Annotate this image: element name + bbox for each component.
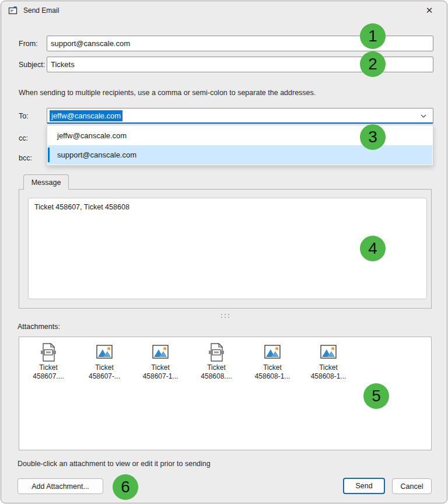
attachment-item[interactable]: Ticket 458607-... [76, 343, 132, 381]
attachment-name: Ticket [207, 363, 226, 372]
image-attachment-icon [264, 343, 281, 362]
add-attachment-button[interactable]: Add Attachment... [18, 478, 103, 494]
from-label: From: [19, 40, 38, 48]
attachment-item[interactable]: Ticket 458608-1... [300, 343, 356, 381]
multi-recipient-info: When sending to multiple recipients, use… [19, 89, 316, 97]
bcc-label: bcc: [19, 154, 32, 162]
attachment-name: 458608.... [201, 372, 232, 381]
image-attachment-icon [152, 343, 169, 362]
image-attachment-icon [96, 343, 113, 362]
attachment-item[interactable]: Ticket 458608-1... [244, 343, 300, 381]
attachment-name: 458608-1... [311, 372, 346, 381]
attachment-name: 458607-1... [143, 372, 178, 381]
attachment-name: Ticket [95, 363, 114, 372]
attachment-name: 458607.... [33, 372, 64, 381]
to-selected-text: jeffw@canscale.com [50, 110, 123, 121]
attachment-item[interactable]: Ticket 458608.... [188, 343, 244, 381]
callout-badge-1: 1 [360, 23, 386, 49]
callout-badge-2: 2 [360, 51, 386, 77]
attachment-name: Ticket [39, 363, 58, 372]
image-attachment-icon [320, 343, 337, 362]
cancel-button[interactable]: Cancel [392, 478, 432, 494]
document-attachment-icon [208, 343, 225, 362]
send-email-dialog: Send Email ✕ From: Subject: When sending… [1, 1, 447, 503]
title-bar: Send Email ✕ [1, 1, 447, 20]
tab-message[interactable]: Message [23, 174, 69, 190]
callout-badge-4: 4 [360, 236, 386, 261]
callout-badge-6: 6 [113, 474, 138, 500]
document-attachment-icon [40, 343, 57, 362]
email-window-icon [8, 6, 18, 15]
attachment-name: Ticket [319, 363, 338, 372]
dropdown-item-label: support@canscale.com [57, 150, 136, 159]
subject-label: Subject: [19, 61, 45, 69]
attachment-item[interactable]: Ticket 458607-1... [132, 343, 188, 381]
cc-label: cc: [19, 134, 28, 142]
attachment-name: 458607-... [89, 372, 120, 381]
attachments-label: Attachments: [18, 323, 60, 331]
callout-badge-5: 5 [363, 383, 389, 409]
attachment-name: Ticket [151, 363, 170, 372]
chevron-down-icon[interactable] [420, 113, 427, 120]
attachment-item[interactable]: Ticket 458607.... [20, 343, 76, 381]
attachment-hint: Double-click an attachment to view or ed… [18, 460, 211, 468]
to-combobox[interactable]: jeffw@canscale.com [47, 108, 433, 124]
attachment-name: Ticket [263, 363, 282, 372]
splitter-handle[interactable] [220, 313, 230, 318]
dropdown-item-label: jeffw@canscale.com [57, 131, 127, 140]
callout-badge-3: 3 [360, 124, 386, 150]
send-button[interactable]: Send [343, 478, 385, 494]
selection-accent-bar [48, 148, 50, 162]
close-icon[interactable]: ✕ [416, 1, 442, 20]
attachment-name: 458608-1... [255, 372, 290, 381]
window-title: Send Email [23, 6, 59, 15]
to-label: To: [19, 112, 29, 120]
